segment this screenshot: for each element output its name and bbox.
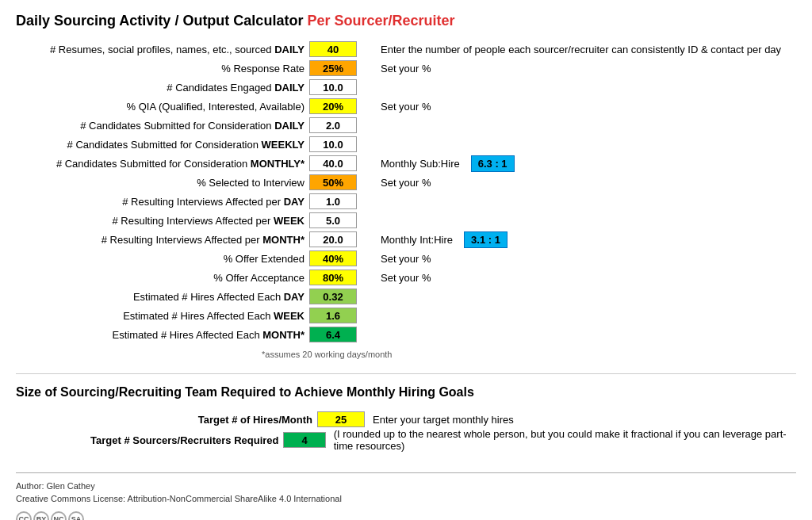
team-table: Target # of Hires/Month25Enter your targ… [24,411,796,449]
sa-icon: SA [68,511,84,520]
row-value: 40% [309,250,357,266]
row-value: 20% [309,98,357,114]
row-label: # Resulting Interviews Affected per WEEK [16,215,309,227]
row-value: 5.0 [309,212,357,228]
row-label: % QIA (Qualified, Interested, Available) [16,101,309,113]
right-row [381,136,796,153]
right-note: Set your % [381,101,431,113]
table-row: Estimated # Hires Affected Each DAY0.32 [16,288,357,305]
cc-icons: CC BY NC SA [16,511,84,520]
by-icon: BY [33,511,49,520]
table-row: % Offer Extended40% [16,250,357,267]
table-row: # Candidates Engaged DAILY10.0 [16,78,357,96]
row-value: 2.0 [309,117,357,133]
row-label: Estimated # Hires Affected Each WEEK [16,310,309,322]
right-row: Monthly Int:Hire 3.1 : 1 [381,231,796,248]
table-row: # Candidates Submitted for Consideration… [16,136,357,153]
right-col: Enter the number of people each sourcer/… [381,40,796,345]
table-row: # Candidates Submitted for Consideration… [16,117,357,134]
monthly-int-hire-label: Monthly Int:Hire [381,234,453,246]
row-label: # Resulting Interviews Affected per MONT… [16,234,309,246]
row-label: % Offer Acceptance [16,272,309,284]
section-divider [16,373,796,374]
row-value: 40 [309,41,357,57]
team-row-note: (I rounded up to the nearest whole perso… [334,428,796,452]
table-row: Estimated # Hires Affected Each WEEK1.6 [16,307,357,324]
right-row [381,307,796,324]
right-note: Set your % [381,63,431,75]
row-label: # Candidates Engaged DAILY [16,82,309,94]
monthly-int-hire-value: 3.1 : 1 [464,231,508,248]
calculator-section: # Resumes, social profiles, names, etc.,… [16,40,796,345]
right-note: Enter the number of people each sourcer/… [381,44,781,55]
row-label: # Candidates Submitted for Consideration… [16,139,309,151]
team-row: Target # of Hires/Month25Enter your targ… [24,411,796,428]
row-value: 20.0 [309,231,357,247]
right-row [381,78,796,96]
monthly-sub-hire-label: Monthly Sub:Hire [381,158,460,170]
team-row-value: 4 [283,432,325,448]
table-row: # Resulting Interviews Affected per MONT… [16,231,357,248]
row-label: # Resumes, social profiles, names, etc.,… [16,44,309,55]
table-row: # Resulting Interviews Affected per DAY1… [16,193,357,210]
row-label: % Response Rate [16,63,309,75]
row-value: 80% [309,270,357,285]
monthly-sub-hire-value: 6.3 : 1 [471,155,515,172]
right-row [381,212,796,229]
right-row: Set your % [381,98,796,115]
row-label: # Candidates Submitted for Consideration… [16,158,309,170]
right-row: Set your % [381,250,796,267]
row-label: % Offer Extended [16,253,309,265]
row-label: # Candidates Submitted for Consideration… [16,120,309,132]
table-row: % Response Rate25% [16,59,357,77]
right-row: Monthly Sub:Hire 6.3 : 1 [381,155,796,172]
row-value: 0.32 [309,289,357,304]
table-row: % Offer Acceptance80% [16,269,357,286]
right-note: Set your % [381,177,431,189]
right-row: Set your % [381,59,796,77]
right-note: Set your % [381,272,431,284]
team-row-label: Target # of Hires/Month [24,414,317,426]
table-row: % QIA (Qualified, Interested, Available)… [16,98,357,115]
row-label: Estimated # Hires Affected Each DAY [16,291,309,303]
section2-title: Size of Sourcing/Recruiting Team Require… [16,385,796,400]
right-row [381,326,796,343]
team-row-note: Enter your target monthly hires [373,414,514,426]
row-value: 1.0 [309,193,357,209]
row-value: 6.4 [309,327,357,342]
left-table: # Resumes, social profiles, names, etc.,… [16,40,357,345]
row-label: Estimated # Hires Affected Each MONTH* [16,329,309,341]
right-row: Enter the number of people each sourcer/… [381,40,796,58]
table-row: # Resumes, social profiles, names, etc.,… [16,40,357,58]
right-row [381,288,796,305]
footer-license: Creative Commons License: Attribution-No… [16,494,796,503]
table-row: % Selected to Interview50% [16,174,357,191]
table-row: # Candidates Submitted for Consideration… [16,155,357,172]
row-label: % Selected to Interview [16,177,309,189]
team-row: Target # Sourcers/Recruiters Required4(I… [24,431,796,449]
monthly-int-hire-box: Monthly Int:Hire 3.1 : 1 [381,231,508,248]
row-value: 50% [309,174,357,190]
page-title: Daily Sourcing Activity / Output Calcula… [16,13,796,29]
row-value: 1.6 [309,308,357,323]
row-value: 25% [309,60,357,76]
footnote: *assumes 20 working days/month [16,350,796,359]
right-row: Set your % [381,269,796,286]
right-row [381,193,796,210]
row-value: 10.0 [309,79,357,95]
footer-section: Author: Glen Cathey Creative Commons Lic… [16,472,796,520]
right-row [381,117,796,134]
table-row: # Resulting Interviews Affected per WEEK… [16,212,357,229]
team-row-label: Target # Sourcers/Recruiters Required [24,434,283,446]
cc-icon: CC [16,511,32,520]
monthly-sub-hire-box: Monthly Sub:Hire 6.3 : 1 [381,155,515,172]
right-row: Set your % [381,174,796,191]
team-row-value: 25 [317,411,365,427]
nc-icon: NC [51,511,67,520]
table-row: Estimated # Hires Affected Each MONTH*6.… [16,326,357,343]
footer-author: Author: Glen Cathey [16,481,796,491]
row-value: 10.0 [309,136,357,152]
row-value: 40.0 [309,155,357,171]
row-label: # Resulting Interviews Affected per DAY [16,196,309,208]
right-note: Set your % [381,253,431,265]
